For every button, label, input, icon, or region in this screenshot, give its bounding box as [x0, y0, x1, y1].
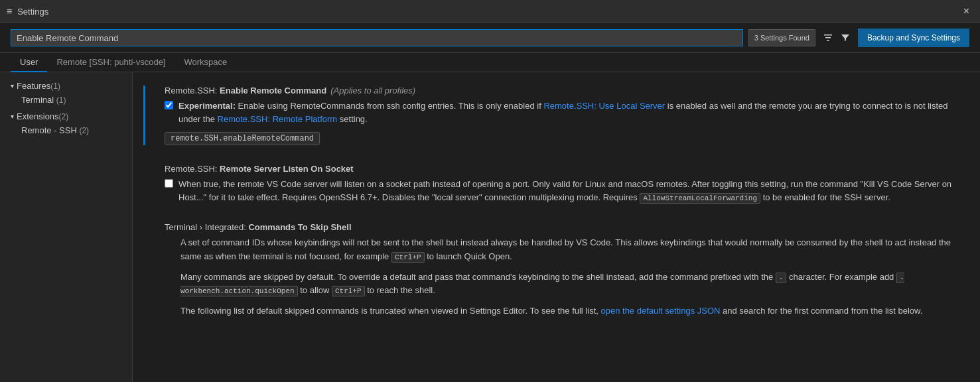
svg-rect-0	[824, 34, 832, 36]
close-button[interactable]: ×	[959, 4, 973, 19]
sidebar-item-terminal[interactable]: Terminal (1)	[0, 93, 132, 107]
settings-menu-icon: ≡	[7, 6, 12, 17]
setting-enable-remote-command: Remote.SSH: Enable Remote Command(Applie…	[154, 86, 959, 145]
sidebar-features-count: (1)	[50, 82, 60, 91]
search-input[interactable]	[11, 29, 743, 46]
chevron-down-icon: ▾	[11, 82, 14, 90]
setting-id-tooltip: remote.SSH.enableRemoteCommand	[165, 132, 320, 145]
title-bar: ≡ Settings ×	[0, 0, 980, 23]
sidebar-section-features: ▾ Features (1) Terminal (1)	[0, 78, 132, 108]
setting-title-bold-2: Remote Server Listen On Socket	[220, 164, 354, 174]
ctrl-p-code-2: Ctrl+P	[332, 286, 365, 296]
sidebar-features-label: Features	[17, 81, 50, 91]
commands-skip-description-2: Many commands are skipped by default. To…	[180, 271, 959, 298]
sidebar-group-extensions[interactable]: ▾ Extensions (2)	[0, 109, 132, 123]
setting-title-bold-3: Commands To Skip Shell	[248, 222, 351, 232]
open-default-settings-link[interactable]: open the default settings JSON	[600, 306, 720, 316]
sidebar-remote-ssh-count: (2)	[79, 126, 89, 135]
setting-title-prefix-2: Remote.SSH:	[165, 164, 220, 174]
setting-title-prefix-3: Terminal › Integrated:	[165, 222, 248, 232]
sidebar-item-remote-ssh[interactable]: Remote - SSH (2)	[0, 123, 132, 137]
ctrl-p-code-1: Ctrl+P	[391, 252, 425, 263]
experimental-label: Experimental:	[178, 101, 236, 111]
sidebar-group-features[interactable]: ▾ Features (1)	[0, 79, 132, 93]
tab-user[interactable]: User	[11, 53, 47, 72]
chevron-down-icon-2: ▾	[11, 113, 14, 120]
remote-server-listen-checkbox[interactable]	[165, 179, 173, 188]
title-text: Settings	[17, 7, 959, 17]
setting-title-note: (Applies to all profiles)	[330, 86, 415, 96]
search-actions	[821, 32, 853, 44]
search-results-badge: 3 Settings Found	[748, 29, 815, 46]
funnel-icon-button[interactable]	[838, 32, 853, 44]
workbench-action-code: -workbench.action.quickOpen	[180, 273, 904, 297]
setting-title-prefix: Remote.SSH:	[165, 86, 220, 96]
setting-remote-server-listen: Remote.SSH: Remote Server Listen On Sock…	[154, 164, 959, 204]
code-tooltip-block: remote.SSH.enableRemoteCommand	[165, 129, 959, 145]
setting-title-bold: Enable Remote Command	[220, 86, 326, 96]
active-indicator	[143, 86, 145, 145]
main-content: Remote.SSH: Enable Remote Command(Applie…	[133, 72, 980, 382]
search-input-wrapper	[11, 29, 743, 46]
allow-stream-local-code: AllowStreamLocalForwarding	[640, 193, 760, 204]
settings-container: 3 Settings Found Backup and Sync Setting…	[0, 23, 980, 382]
backup-sync-button[interactable]: Backup and Sync Settings	[858, 29, 969, 47]
remote-server-listen-checkbox-row: When true, the remote VS Code server wil…	[165, 178, 959, 204]
enable-remote-command-checkbox-row: Experimental: Enable using RemoteCommand…	[165, 99, 959, 125]
search-area: 3 Settings Found Backup and Sync Setting…	[0, 23, 980, 53]
svg-rect-1	[825, 37, 831, 38]
commands-skip-description-1: A set of command IDs whose keybindings w…	[180, 236, 959, 264]
sidebar-extensions-label: Extensions	[17, 111, 59, 121]
setting-commands-skip-shell: Terminal › Integrated: Commands To Skip …	[154, 222, 959, 318]
filter-icon-button[interactable]	[821, 32, 835, 44]
enable-remote-command-checkbox[interactable]	[165, 101, 173, 109]
remote-platform-link[interactable]: Remote.SSH: Remote Platform	[218, 114, 338, 124]
settings-body: ▾ Features (1) Terminal (1) ▾ Extensions…	[0, 72, 980, 382]
sidebar-terminal-count: (1)	[56, 96, 66, 105]
sidebar-section-extensions: ▾ Extensions (2) Remote - SSH (2)	[0, 108, 132, 139]
setting-title-commands-skip-shell: Terminal › Integrated: Commands To Skip …	[165, 222, 959, 232]
use-local-server-link[interactable]: Remote.SSH: Use Local Server	[543, 101, 665, 111]
setting-title-remote-server-listen: Remote.SSH: Remote Server Listen On Sock…	[165, 164, 959, 174]
setting-title-enable-remote-command: Remote.SSH: Enable Remote Command(Applie…	[165, 86, 959, 96]
commands-skip-description-3: The following list of default skipped co…	[180, 304, 959, 318]
remote-server-listen-label: When true, the remote VS Code server wil…	[178, 178, 959, 204]
tab-workspace[interactable]: Workspace	[175, 53, 236, 72]
sidebar: ▾ Features (1) Terminal (1) ▾ Extensions…	[0, 72, 133, 382]
tabs-bar: User Remote [SSH: puhti-vscode] Workspac…	[0, 53, 980, 72]
svg-rect-2	[827, 40, 829, 41]
tab-remote-ssh[interactable]: Remote [SSH: puhti-vscode]	[47, 53, 175, 72]
enable-remote-command-label: Experimental: Enable using RemoteCommand…	[178, 99, 959, 125]
sidebar-extensions-count: (2)	[59, 112, 69, 121]
minus-code: -	[776, 273, 787, 283]
